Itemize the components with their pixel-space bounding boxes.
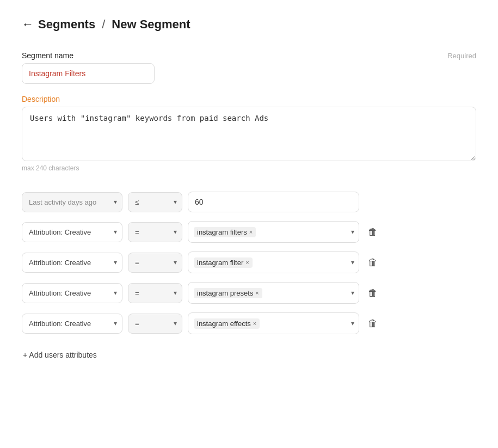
max-chars-hint: max 240 characters [22, 164, 476, 172]
filter-row-4: Attribution: Creative = instagram effect… [22, 312, 476, 334]
filter-row-0: Last activity days ago ≤ = ≥ [22, 192, 476, 212]
operator-select-1[interactable]: = [128, 222, 182, 242]
delete-row-4[interactable]: 🗑 [365, 316, 381, 332]
filter-row-2: Attribution: Creative = instagram filter… [22, 251, 476, 273]
tag-label-3: instagram presets [197, 289, 253, 297]
segment-name-required: Required [447, 52, 476, 60]
filter-row-1: Attribution: Creative = instagram filter… [22, 221, 476, 243]
tag-dropdown-arrow-2[interactable]: ▾ [351, 259, 354, 266]
attribute-select-wrapper-1: Attribution: Creative [22, 222, 122, 242]
operator-select-wrapper-2: = [128, 253, 182, 273]
description-label: Description [22, 95, 476, 103]
segment-name-input[interactable] [22, 63, 155, 84]
attribute-select-2[interactable]: Attribution: Creative [22, 253, 122, 273]
segment-name-label: Segment name [22, 51, 73, 60]
operator-select-0[interactable]: ≤ = ≥ [128, 192, 182, 212]
delete-row-2[interactable]: 🗑 [365, 255, 381, 271]
attribute-select-3[interactable]: Attribution: Creative [22, 283, 122, 303]
page-header: ← Segments / New Segment [22, 17, 476, 32]
tag-dropdown-arrow-1[interactable]: ▾ [351, 228, 354, 236]
attribute-select-wrapper-0: Last activity days ago [22, 192, 122, 212]
operator-select-2[interactable]: = [128, 253, 182, 273]
delete-row-1[interactable]: 🗑 [365, 224, 381, 240]
segment-name-section: Segment name Required [22, 51, 476, 84]
tag-instagram-effects: instagram effects × [194, 318, 260, 329]
description-section: Description Users with "instagram" keywo… [22, 95, 476, 172]
operator-select-wrapper-1: = [128, 222, 182, 242]
tag-input-3[interactable]: instagram presets × ▾ [188, 282, 359, 304]
operator-select-wrapper-4: = [128, 314, 182, 334]
tag-close-4[interactable]: × [253, 320, 256, 327]
description-textarea[interactable]: Users with "instagram" keywords from pai… [22, 107, 476, 161]
tag-close-1[interactable]: × [249, 229, 253, 235]
tag-input-1[interactable]: instagram filters × ▾ [188, 221, 359, 243]
filters-section: Last activity days ago ≤ = ≥ Attribution… [22, 192, 476, 334]
tag-input-2[interactable]: instagram filter × ▾ [188, 251, 359, 273]
tag-close-3[interactable]: × [255, 290, 259, 296]
tag-label-4: instagram effects [197, 320, 251, 328]
operator-select-3[interactable]: = [128, 283, 182, 303]
tag-instagram-filter: instagram filter × [194, 257, 253, 268]
breadcrumb-separator: / [102, 17, 105, 32]
back-button[interactable]: ← [22, 17, 34, 32]
tag-instagram-filters: instagram filters × [194, 227, 256, 237]
attribute-select-1[interactable]: Attribution: Creative [22, 222, 122, 242]
operator-select-wrapper-0: ≤ = ≥ [128, 192, 182, 212]
filter-row-3: Attribution: Creative = instagram preset… [22, 282, 476, 304]
segment-name-header: Segment name Required [22, 51, 476, 60]
attribute-select-wrapper-4: Attribution: Creative [22, 314, 122, 334]
tag-label: instagram filters [197, 228, 247, 236]
tag-input-4[interactable]: instagram effects × ▾ [188, 312, 359, 334]
tag-dropdown-arrow-4[interactable]: ▾ [351, 320, 354, 327]
breadcrumb-parent[interactable]: Segments [38, 17, 95, 32]
value-input-0[interactable] [188, 192, 359, 212]
attribute-select-0[interactable]: Last activity days ago [22, 192, 122, 212]
tag-dropdown-arrow-3[interactable]: ▾ [351, 289, 354, 297]
operator-select-4[interactable]: = [128, 314, 182, 334]
delete-row-3[interactable]: 🗑 [365, 285, 381, 301]
attribute-select-4[interactable]: Attribution: Creative [22, 314, 122, 334]
attribute-select-wrapper-3: Attribution: Creative [22, 283, 122, 303]
tag-close-2[interactable]: × [245, 259, 249, 266]
tag-instagram-presets: instagram presets × [194, 288, 262, 298]
tag-label-2: instagram filter [197, 259, 243, 267]
breadcrumb-current: New Segment [112, 17, 190, 32]
add-attributes-button[interactable]: + Add users attributes [22, 347, 98, 363]
operator-select-wrapper-3: = [128, 283, 182, 303]
attribute-select-wrapper-2: Attribution: Creative [22, 253, 122, 273]
